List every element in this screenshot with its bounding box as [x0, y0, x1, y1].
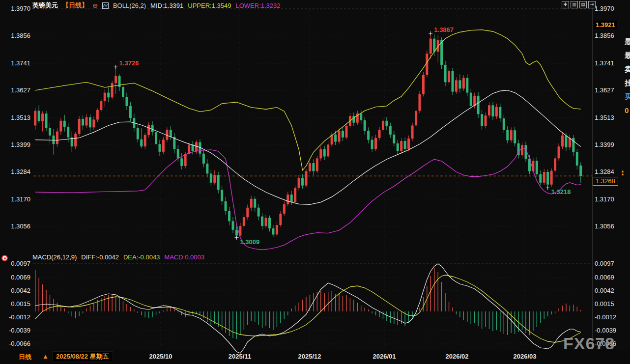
axis-tick-label: -0.0039	[595, 327, 616, 334]
boll-upper-value: UPPER:1.3549	[188, 2, 231, 9]
selected-date-box: 2025/08/22 星期五	[52, 351, 113, 362]
svg-text:1.3009: 1.3009	[240, 238, 259, 246]
high-price-badge: 1.3921	[594, 21, 617, 29]
period-label[interactable]: 【日线】	[62, 1, 88, 10]
axis-tick-label: 0.0069	[595, 274, 614, 281]
mini-chart-icon	[102, 2, 109, 9]
axis-tick-label: 1.3970	[11, 5, 30, 12]
axis-tick-label: -0.0066	[9, 340, 30, 347]
axis-tick-label: 0.0097	[595, 260, 614, 267]
axis-tick-label: 1.3856	[11, 32, 30, 39]
timeframe-label: 日线	[19, 353, 31, 362]
axis-tick-label: 0.0042	[595, 287, 614, 294]
svg-text:1.3218: 1.3218	[551, 188, 571, 196]
axis-tick-label: 1.3741	[11, 59, 30, 67]
chart-header: 英镑美元 【日线】 ⊖ BOLL(26,2) MID:1.3391 UPPER:…	[32, 1, 281, 10]
chart-toolbar: ✚▥▤⇥	[562, 1, 596, 8]
macd-dea-value: DEA:-0.0043	[123, 253, 160, 261]
axis-tick-label: 1.3741	[595, 59, 614, 67]
clipped-quote-label: 0	[625, 106, 630, 120]
clipped-quote-label: 最	[625, 51, 630, 65]
axis-tick-label: 0.0042	[11, 287, 30, 294]
trading-app: { "header": { "symbol": "英镑美元", "period"…	[0, 0, 630, 364]
axis-tick-label: 1.3970	[595, 5, 614, 12]
svg-text:1.3726: 1.3726	[119, 59, 139, 67]
axis-tick-label: 1.3513	[11, 114, 30, 121]
axis-tick-label: 1.3513	[595, 114, 614, 121]
axis-tick-label: -0.0039	[9, 327, 30, 334]
axis-tick-label: 0.0015	[595, 300, 614, 308]
collapse-indicator-icon[interactable]: ⊖	[92, 2, 98, 9]
month-tick-label: 2025/11	[229, 353, 251, 360]
price-macd-plot[interactable]: 1.37261.38671.30091.3218	[0, 0, 630, 364]
axis-tick-label: 1.3284	[11, 168, 30, 175]
macd-hist-value: MACD:0.0003	[164, 253, 204, 261]
clipped-quote-label: 卖	[625, 65, 630, 79]
pan-crosshair-icon[interactable]: ✚	[562, 1, 569, 8]
scale-axis-icon[interactable]: ▤	[579, 1, 587, 8]
axis-tick-label: 1.3856	[595, 32, 614, 39]
timeframe-selector[interactable]: 日线 ▲	[19, 353, 49, 362]
axis-tick-label: 1.3627	[11, 86, 30, 94]
month-tick-label: 2025/12	[298, 353, 321, 360]
boll-mid-value: MID:1.3391	[150, 2, 183, 9]
bollinger-bands-layer	[35, 30, 581, 250]
macd-header: MACD(26,12,9) DIFF:-0.0042 DEA:-0.0043 M…	[32, 253, 204, 261]
clipped-quote-label: 挂	[625, 79, 630, 92]
watermark: FX678	[563, 334, 615, 353]
axis-tick-label: 0.0069	[11, 274, 30, 281]
macd-indicator-label: MACD(26,12,9)	[32, 253, 77, 261]
macd-layer	[35, 264, 581, 353]
timeframe-arrow-icon: ▲	[42, 353, 49, 362]
axis-tick-label: -0.0012	[9, 313, 30, 321]
macd-settings-icon[interactable]	[1, 255, 8, 261]
clipped-quote-label: 最	[625, 37, 630, 51]
month-tick-label: 2026/02	[446, 353, 469, 360]
macd-diff-value: DIFF:-0.0042	[81, 253, 119, 261]
go-latest-icon[interactable]: ⇥	[588, 1, 596, 8]
svg-text:1.3867: 1.3867	[434, 26, 454, 33]
gridlines	[33, 7, 593, 349]
boll-indicator-label: BOLL(26,2)	[113, 2, 146, 9]
axis-tick-label: 0.0097	[11, 260, 30, 267]
month-tick-label: 2026/01	[373, 353, 396, 360]
symbol-name: 英镑美元	[32, 1, 58, 10]
axis-tick-label: 1.3170	[595, 196, 614, 203]
boll-lower-value: LOWER:1.3232	[235, 2, 280, 9]
clipped-side-panel: 最最卖挂买0	[625, 37, 630, 120]
axis-tick-label: 1.3170	[11, 196, 30, 203]
clipped-quote-label: 买	[625, 92, 630, 106]
axis-tick-label: -0.0012	[595, 313, 616, 321]
price-up-arrows-icon: ▲▲	[621, 170, 625, 176]
month-tick-label: 2026/03	[514, 353, 537, 360]
axis-tick-label: 1.3399	[11, 141, 30, 148]
axis-tick-label: 1.3056	[595, 223, 614, 230]
axis-tick-label: 1.3627	[595, 86, 614, 94]
axis-tick-label: 1.3284	[595, 168, 614, 175]
current-price-badge: 1.3268	[593, 177, 618, 186]
fit-x-axis-icon[interactable]: ▥	[571, 1, 578, 8]
month-tick-label: 2025/10	[149, 353, 172, 360]
axis-tick-label: 1.3399	[595, 141, 614, 148]
axis-tick-label: 1.3056	[11, 223, 30, 230]
candles-layer	[33, 33, 592, 238]
axis-tick-label: 0.0015	[11, 300, 30, 308]
